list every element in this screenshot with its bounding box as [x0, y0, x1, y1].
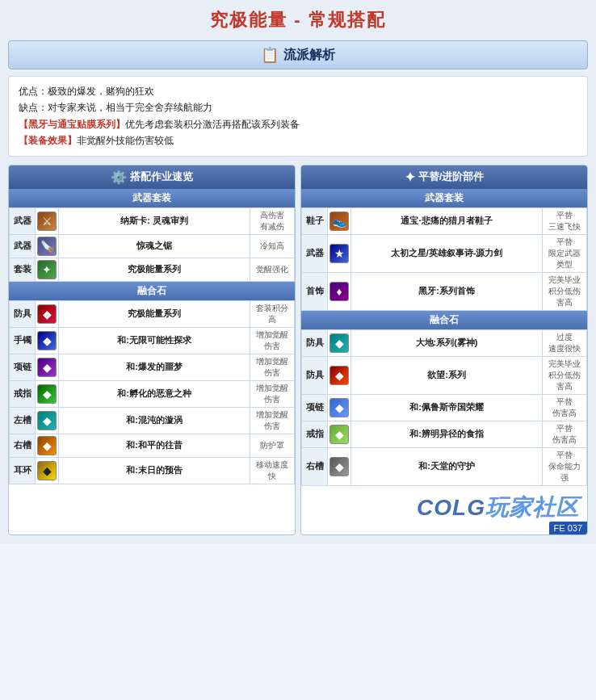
- desc-cell: 增加觉醒伤害: [250, 407, 295, 434]
- left-column: ⚙️ 搭配作业速览 武器套装 武器 ⚔ 纳斯卡: 灵魂审判 高伤害有减伤 武器 …: [8, 165, 296, 535]
- name-cell: 和:孵化的恶意之种: [59, 380, 250, 407]
- right-weapon-table: 鞋子 👟 通宝·悲痛的猎月者鞋子 平替三速飞快 武器 ★ 太初之星/英雄叙事诗-…: [301, 207, 587, 311]
- table-row: 耳环 ◆ 和:末日的预告 移动速度快: [10, 457, 295, 484]
- two-col-layout: ⚙️ 搭配作业速览 武器套装 武器 ⚔ 纳斯卡: 灵魂审判 高伤害有减伤 武器 …: [8, 165, 588, 535]
- right-weapon-header: 武器套装: [301, 189, 587, 207]
- note2-bracket: 【装备效果】: [19, 135, 77, 146]
- icon-cell: ♦: [328, 272, 351, 310]
- icon-cell: ◆: [328, 394, 351, 421]
- icon-cell: ★: [328, 234, 351, 272]
- left-col-icon: ⚙️: [111, 170, 127, 185]
- icon-cell: ⚔: [36, 207, 59, 234]
- desc-cell: 平替限定武器类型: [543, 234, 587, 272]
- item-icon: ◆: [329, 333, 349, 353]
- table-row: 手镯 ◆ 和:无限可能性探求 增加觉醒伤害: [10, 327, 295, 354]
- desc-cell: 防护罩: [250, 434, 295, 457]
- name-cell: 和:佩鲁斯帝国荣耀: [351, 394, 543, 421]
- category-cell: 项链: [10, 354, 36, 380]
- category-cell: 项链: [302, 394, 328, 421]
- right-column: ✦ 平替/进阶部件 武器套装 鞋子 👟 通宝·悲痛的猎月者鞋子 平替三速飞快 武…: [300, 165, 588, 535]
- name-cell: 究极能量系列: [59, 300, 250, 327]
- name-cell: 和:爆发的噩梦: [59, 354, 250, 380]
- category-cell: 防具: [10, 300, 36, 327]
- desc-cell: 平替三速飞快: [543, 207, 587, 234]
- icon-cell: ◆: [328, 356, 351, 394]
- item-icon: ◆: [329, 398, 349, 417]
- page-wrapper: 究极能量 - 常规搭配 📋 流派解析 优点：极致的爆发，赌狗的狂欢 缺点：对专家…: [0, 0, 596, 543]
- name-cell: 和:无限可能性探求: [59, 327, 250, 354]
- note2-text: 非觉醒外技能伤害较低: [77, 135, 174, 146]
- colg-watermark: COLG玩家社区: [301, 486, 587, 526]
- section-icon: 📋: [261, 46, 279, 64]
- section-banner: 📋 流派解析: [8, 40, 588, 69]
- fe-badge: FE 037: [549, 522, 587, 534]
- watermark-area: COLG玩家社区 FE 037: [301, 486, 587, 534]
- table-row: 武器 ★ 太初之星/英雄叙事诗-源力剑 平替限定武器类型: [302, 234, 587, 272]
- table-row: 武器 🪚 惊魂之锯 冷知高: [10, 234, 295, 258]
- item-icon: ◆: [37, 358, 57, 377]
- item-icon: ◆: [37, 411, 57, 430]
- name-cell: 太初之星/英雄叙事诗-源力剑: [351, 234, 543, 272]
- category-cell: 鞋子: [302, 207, 328, 234]
- category-cell: 套装: [10, 258, 36, 281]
- item-icon: ★: [329, 244, 349, 263]
- table-row: 首饰 ♦ 黑牙:系列首饰 完美毕业积分低伤害高: [302, 272, 587, 310]
- right-fusion-table: 防具 ◆ 大地:系列(雾神) 过度速度很快 防具 ◆ 欲望:系列 完美毕业积分低…: [301, 329, 587, 486]
- note1-text: 优先考虑套装积分激活再搭配该系列装备: [125, 119, 300, 130]
- desc-cell: 增加觉醒伤害: [250, 380, 295, 407]
- name-cell: 和:和平的往昔: [59, 434, 250, 457]
- category-cell: 武器: [302, 234, 328, 272]
- category-cell: 防具: [302, 329, 328, 356]
- name-cell: 和:混沌的漩涡: [59, 407, 250, 434]
- name-cell: 大地:系列(雾神): [351, 329, 543, 356]
- icon-cell: ◆: [36, 434, 59, 457]
- category-cell: 右槽: [302, 447, 328, 485]
- item-icon: 👟: [329, 212, 349, 231]
- left-col-header: ⚙️ 搭配作业速览: [9, 166, 295, 189]
- left-fusion-table: 防具 ◆ 究极能量系列 套装积分高 手镯 ◆ 和:无限可能性探求 增加觉醒伤害 …: [9, 300, 295, 484]
- icon-cell: ◆: [36, 407, 59, 434]
- right-col-icon: ✦: [405, 170, 415, 185]
- desc-cell: 高伤害有减伤: [250, 207, 295, 234]
- item-icon: ♦: [329, 282, 349, 301]
- right-fusion-header: 融合石: [301, 311, 587, 329]
- category-cell: 首饰: [302, 272, 328, 310]
- table-row: 套装 ✦ 究极能量系列 觉醒强化: [10, 258, 295, 281]
- name-cell: 和:末日的预告: [59, 457, 250, 484]
- desc-cell: 移动速度快: [250, 457, 295, 484]
- table-row: 防具 ◆ 大地:系列(雾神) 过度速度很快: [302, 329, 587, 356]
- item-icon: ◆: [329, 366, 349, 385]
- item-icon: ✦: [37, 260, 57, 279]
- item-icon: ◆: [37, 384, 57, 404]
- name-cell: 通宝·悲痛的猎月者鞋子: [351, 207, 543, 234]
- icon-cell: ◆: [328, 421, 351, 447]
- left-col-title: 搭配作业速览: [130, 170, 193, 184]
- item-icon: ◆: [37, 304, 57, 324]
- item-icon: ◆: [37, 331, 57, 350]
- desc-cell: 觉醒强化: [250, 258, 295, 281]
- table-row: 戒指 ◆ 和:孵化的恶意之种 增加觉醒伤害: [10, 380, 295, 407]
- name-cell: 和:天堂的守护: [351, 447, 543, 485]
- item-icon: ◆: [37, 436, 57, 455]
- desc-cell: 冷知高: [250, 234, 295, 258]
- desc-cell: 增加觉醒伤害: [250, 354, 295, 380]
- page-title: 究极能量 - 常规搭配: [8, 8, 588, 32]
- left-fusion-header: 融合石: [9, 282, 295, 300]
- item-icon: ⚔: [37, 212, 57, 231]
- item-icon: 🪚: [37, 237, 57, 256]
- name-cell: 和:辨明异径的食指: [351, 421, 543, 447]
- category-cell: 手镯: [10, 327, 36, 354]
- category-cell: 左槽: [10, 407, 36, 434]
- colg-text: COLG: [417, 495, 485, 520]
- right-col-title: 平替/进阶部件: [418, 170, 485, 184]
- category-cell: 防具: [302, 356, 328, 394]
- right-col-header: ✦ 平替/进阶部件: [301, 166, 587, 189]
- con-text: 缺点：对专家来说，相当于完全舍弃续航能力: [19, 99, 577, 115]
- icon-cell: ◆: [36, 457, 59, 484]
- table-row: 右槽 ◆ 和:和平的往昔 防护罩: [10, 434, 295, 457]
- icon-cell: ◆: [36, 380, 59, 407]
- table-row: 戒指 ◆ 和:辨明异径的食指 平替伤害高: [302, 421, 587, 447]
- table-row: 鞋子 👟 通宝·悲痛的猎月者鞋子 平替三速飞快: [302, 207, 587, 234]
- desc-cell: 增加觉醒伤害: [250, 327, 295, 354]
- item-icon: ◆: [329, 457, 349, 476]
